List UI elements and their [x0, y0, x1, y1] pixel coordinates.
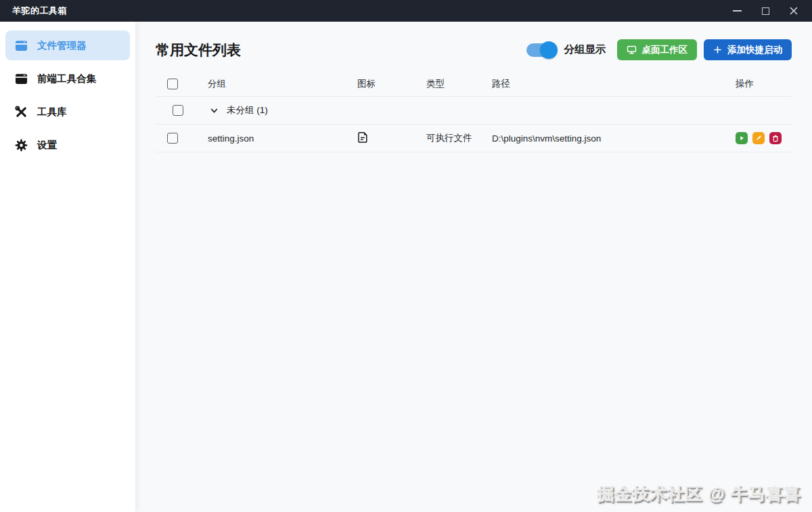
window-title: 羊驼的工具箱	[0, 5, 67, 17]
column-header-path: 路径	[492, 78, 736, 90]
sidebar-item-label: 文件管理器	[37, 39, 87, 52]
desktop-workspace-button[interactable]: 桌面工作区	[617, 39, 698, 60]
close-icon	[789, 6, 798, 16]
group-display-toggle[interactable]	[526, 43, 556, 57]
select-all-checkbox[interactable]	[167, 79, 178, 89]
watermark: 掘金技术社区 @ 牛马喜喜	[597, 483, 801, 505]
delete-icon[interactable]	[769, 132, 782, 144]
table-header-row: 分组 图标 类型 路径 操作	[156, 71, 792, 97]
sidebar-item-label: 设置	[37, 139, 57, 152]
sidebar-item-tool-library[interactable]: 工具库	[5, 97, 130, 127]
plus-icon	[713, 45, 722, 54]
file-path: D:\plugins\nvm\setting.json	[492, 133, 736, 144]
row-actions	[736, 132, 782, 144]
monitor-icon	[627, 45, 637, 55]
minimize-icon	[733, 10, 742, 12]
minimize-button[interactable]	[723, 0, 751, 22]
sidebar: 文件管理器 前端工具合集 工具库 设置	[0, 22, 135, 512]
column-header-group: 分组	[208, 78, 357, 90]
file-name: setting.json	[208, 133, 357, 144]
close-button[interactable]	[780, 0, 808, 22]
group-row-label: 未分组 (1)	[227, 104, 268, 116]
group-display-label: 分组显示	[564, 43, 606, 57]
add-quick-launch-button[interactable]: 添加快捷启动	[704, 39, 792, 60]
window-icon	[15, 39, 28, 52]
sidebar-item-file-manager[interactable]: 文件管理器	[5, 30, 130, 60]
row-checkbox[interactable]	[167, 133, 178, 144]
maximize-icon	[762, 7, 769, 15]
tools-icon	[15, 106, 28, 119]
edit-icon[interactable]	[752, 132, 765, 144]
play-icon[interactable]	[736, 132, 748, 144]
desktop-workspace-label: 桌面工作区	[642, 44, 688, 56]
add-quick-launch-label: 添加快捷启动	[727, 44, 782, 56]
maximize-button[interactable]	[751, 0, 780, 22]
main-content: 常用文件列表 分组显示 桌面工作区 添加快捷启动	[135, 22, 812, 512]
column-header-icon: 图标	[357, 78, 426, 90]
files-table: 分组 图标 类型 路径 操作 未分组 (1)	[156, 71, 792, 152]
sidebar-item-label: 前端工具合集	[37, 72, 96, 85]
gear-icon	[15, 139, 28, 152]
sidebar-item-label: 工具库	[37, 106, 67, 119]
table-row: setting.json 可执行文件 D:\plugins\nvm\settin…	[156, 125, 792, 152]
file-document-icon	[357, 131, 368, 146]
page-title: 常用文件列表	[156, 41, 241, 60]
file-type: 可执行文件	[426, 132, 492, 144]
titlebar: 羊驼的工具箱	[0, 0, 812, 22]
chevron-down-icon[interactable]	[210, 106, 219, 115]
toggle-knob	[540, 41, 558, 59]
sidebar-item-settings[interactable]: 设置	[5, 130, 130, 160]
window-icon	[15, 72, 28, 85]
window-controls	[723, 0, 812, 22]
group-row: 未分组 (1)	[156, 97, 792, 125]
column-header-actions: 操作	[736, 78, 792, 90]
group-checkbox[interactable]	[173, 105, 183, 116]
sidebar-item-frontend-tools[interactable]: 前端工具合集	[5, 64, 130, 93]
column-header-type: 类型	[426, 78, 492, 90]
